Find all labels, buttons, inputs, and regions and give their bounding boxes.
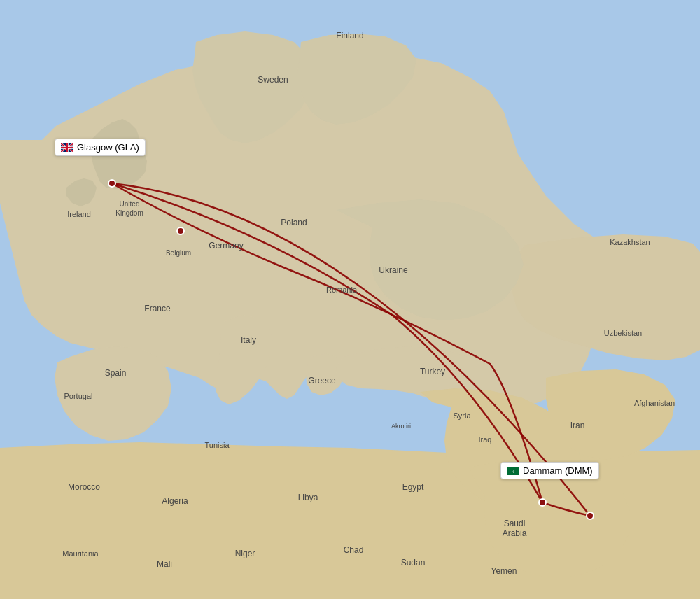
svg-point-39 [539, 499, 546, 506]
svg-text:Arabia: Arabia [503, 528, 527, 538]
svg-text:Turkey: Turkey [420, 367, 445, 376]
svg-text:Italy: Italy [241, 335, 256, 345]
svg-text:Morocco: Morocco [68, 482, 100, 492]
svg-text:Kazakhstan: Kazakhstan [610, 238, 650, 246]
svg-text:Afghanistan: Afghanistan [634, 399, 675, 407]
svg-text:Algeria: Algeria [162, 496, 188, 506]
svg-text:Germany: Germany [209, 241, 243, 251]
svg-text:Saudi: Saudi [504, 519, 526, 528]
svg-text:Iraq: Iraq [479, 435, 492, 444]
svg-text:Syria: Syria [453, 411, 471, 420]
svg-text:Sweden: Sweden [258, 75, 288, 85]
svg-text:Greece: Greece [308, 376, 336, 386]
svg-text:Romania: Romania [326, 286, 358, 294]
svg-point-37 [108, 180, 115, 187]
dammam-airport-label: ☦ Dammam (DMM) [500, 462, 599, 479]
svg-text:Yemen: Yemen [491, 566, 517, 576]
svg-text:Belgium: Belgium [166, 249, 191, 257]
svg-text:Poland: Poland [281, 218, 307, 227]
svg-point-40 [587, 512, 594, 519]
glasgow-airport-label: Glasgow (GLA) [55, 139, 146, 156]
glasgow-label-text: Glasgow (GLA) [77, 142, 139, 153]
svg-text:Mauritania: Mauritania [62, 549, 99, 558]
saudi-flag-icon: ☦ [507, 467, 519, 475]
svg-text:United: United [120, 200, 140, 208]
svg-point-38 [177, 227, 184, 234]
svg-text:Ireland: Ireland [67, 210, 91, 218]
svg-text:Niger: Niger [235, 549, 255, 558]
svg-text:Tunisia: Tunisia [204, 441, 230, 449]
uk-flag-icon [61, 143, 74, 152]
svg-text:France: France [144, 304, 171, 313]
svg-text:Spain: Spain [105, 368, 127, 378]
svg-text:Iran: Iran [570, 421, 585, 430]
svg-text:Kingdom: Kingdom [115, 209, 143, 217]
svg-text:Finland: Finland [336, 31, 363, 41]
svg-text:Sudan: Sudan [401, 558, 426, 568]
map-svg: Finland Sweden Ireland United Kingdom Be… [0, 0, 700, 599]
svg-text:Egypt: Egypt [402, 482, 424, 492]
svg-text:Ukraine: Ukraine [379, 265, 408, 275]
svg-text:Chad: Chad [344, 545, 364, 555]
svg-text:☦: ☦ [512, 469, 514, 473]
svg-text:Libya: Libya [298, 493, 318, 502]
svg-text:Akrotiri: Akrotiri [391, 423, 411, 430]
dammam-label-text: Dammam (DMM) [523, 465, 593, 476]
map-container: Finland Sweden Ireland United Kingdom Be… [0, 0, 700, 599]
svg-text:Mali: Mali [157, 559, 172, 569]
svg-text:Uzbekistan: Uzbekistan [604, 329, 642, 337]
svg-text:Portugal: Portugal [64, 392, 93, 400]
